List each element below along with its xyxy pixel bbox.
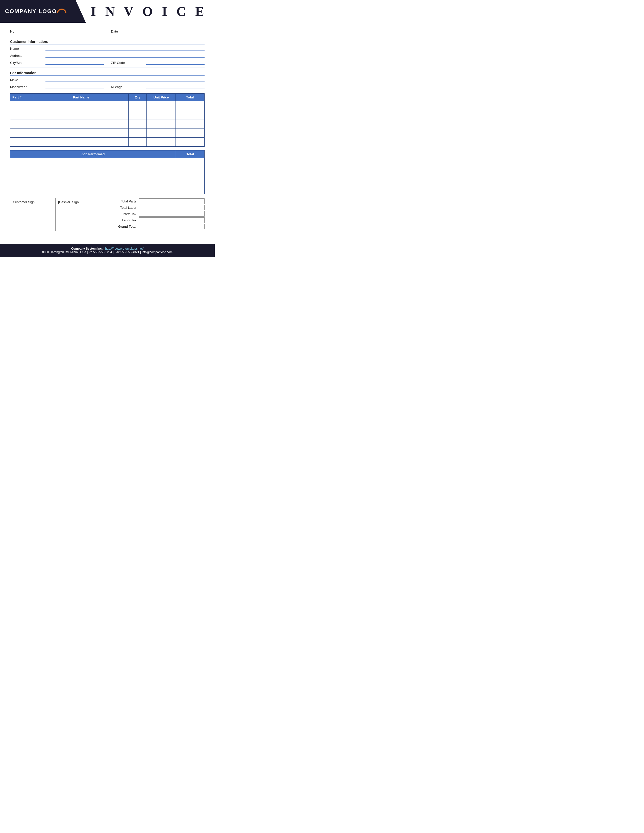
total-parts-row: Total Parts bbox=[109, 198, 204, 204]
qty-cell[interactable] bbox=[128, 110, 147, 119]
table-row bbox=[10, 158, 204, 167]
customer-sign-label: Customer Sign bbox=[13, 200, 53, 204]
no-value[interactable] bbox=[45, 29, 104, 33]
zip-colon: : bbox=[141, 61, 146, 64]
job-total-cell[interactable] bbox=[176, 185, 204, 195]
bottom-section: Customer Sign [Cashier] Sign Total Parts… bbox=[10, 198, 204, 231]
total-cell[interactable] bbox=[175, 101, 204, 110]
total-cell[interactable] bbox=[175, 129, 204, 138]
city-state-label: City/State bbox=[10, 61, 40, 64]
total-labor-row: Total Labor bbox=[109, 205, 204, 210]
job-cell[interactable] bbox=[10, 158, 176, 167]
no-colon: : bbox=[40, 29, 45, 33]
qty-cell[interactable] bbox=[128, 119, 147, 129]
part-name-cell[interactable] bbox=[34, 138, 128, 147]
footer-line2: 8030 Harrington Rd, Miami, USA | Ph 555-… bbox=[3, 251, 212, 254]
total-cell[interactable] bbox=[175, 119, 204, 129]
labor-tax-value[interactable] bbox=[139, 217, 204, 223]
make-value[interactable] bbox=[45, 77, 204, 82]
logo-text: COMPANY LOGO bbox=[5, 8, 57, 14]
job-total-cell[interactable] bbox=[176, 176, 204, 185]
city-value[interactable] bbox=[45, 60, 104, 64]
unit-price-cell[interactable] bbox=[147, 138, 175, 147]
part-num-cell[interactable] bbox=[10, 110, 34, 119]
name-label: Name bbox=[10, 47, 40, 50]
total-cell[interactable] bbox=[175, 110, 204, 119]
footer: Company System Inc. | http://freewordtem… bbox=[0, 244, 215, 257]
table-row bbox=[10, 129, 204, 138]
mileage-field: Mileage : bbox=[111, 84, 204, 89]
parts-tax-value[interactable] bbox=[139, 211, 204, 217]
table-row bbox=[10, 185, 204, 195]
address-value[interactable] bbox=[45, 53, 204, 58]
make-row: Make : bbox=[10, 76, 204, 83]
job-cell[interactable] bbox=[10, 167, 176, 176]
part-name-cell[interactable] bbox=[34, 110, 128, 119]
qty-cell[interactable] bbox=[128, 101, 147, 110]
address-label: Address bbox=[10, 54, 40, 58]
job-table: Job Performed Total bbox=[10, 150, 204, 195]
unit-price-cell[interactable] bbox=[147, 110, 175, 119]
no-date-row: No : Date : bbox=[10, 28, 204, 34]
table-row bbox=[10, 119, 204, 129]
total-labor-label: Total Labor bbox=[109, 206, 139, 209]
job-cell[interactable] bbox=[10, 185, 176, 195]
total-parts-label: Total Parts bbox=[109, 199, 139, 203]
parts-col-part-name: Part Name bbox=[34, 94, 128, 101]
parts-col-qty: Qty bbox=[128, 94, 147, 101]
cashier-sign-label: [Cashier] Sign bbox=[58, 200, 98, 204]
table-row bbox=[10, 176, 204, 185]
total-parts-value[interactable] bbox=[139, 198, 204, 204]
labor-tax-label: Labor Tax bbox=[109, 218, 139, 222]
qty-cell[interactable] bbox=[128, 138, 147, 147]
total-labor-value[interactable] bbox=[139, 205, 204, 210]
zip-value[interactable] bbox=[146, 60, 204, 64]
city-zip-row: City/State : ZIP Code : bbox=[10, 59, 204, 66]
job-total-cell[interactable] bbox=[176, 167, 204, 176]
job-col-job: Job Performed bbox=[10, 150, 176, 158]
customer-section-title: Customer Information: bbox=[10, 38, 204, 44]
name-value[interactable] bbox=[45, 46, 204, 50]
part-num-cell[interactable] bbox=[10, 138, 34, 147]
unit-price-cell[interactable] bbox=[147, 101, 175, 110]
labor-tax-row: Labor Tax bbox=[109, 217, 204, 223]
footer-website[interactable]: http://freewordtemplates.net/ bbox=[105, 247, 143, 251]
part-num-cell[interactable] bbox=[10, 101, 34, 110]
part-name-cell[interactable] bbox=[34, 101, 128, 110]
logo-area: COMPANY LOGO bbox=[0, 0, 86, 23]
parts-table: Part # Part Name Qty Unit Price Total bbox=[10, 93, 204, 147]
job-total-cell[interactable] bbox=[176, 158, 204, 167]
date-value[interactable] bbox=[146, 29, 204, 33]
address-row: Address : bbox=[10, 52, 204, 59]
part-num-cell[interactable] bbox=[10, 129, 34, 138]
job-col-total: Total bbox=[176, 150, 204, 158]
name-row: Name : bbox=[10, 45, 204, 51]
city-colon: : bbox=[40, 61, 45, 64]
address-colon: : bbox=[40, 54, 45, 58]
unit-price-cell[interactable] bbox=[147, 129, 175, 138]
total-cell[interactable] bbox=[175, 138, 204, 147]
model-mileage-row: Model/Year : Mileage : bbox=[10, 83, 204, 90]
unit-price-cell[interactable] bbox=[147, 119, 175, 129]
model-colon: : bbox=[40, 85, 45, 89]
table-row bbox=[10, 167, 204, 176]
parts-col-part-num: Part # bbox=[10, 94, 34, 101]
part-num-cell[interactable] bbox=[10, 119, 34, 129]
date-field: Date : bbox=[111, 29, 204, 33]
parts-col-unit-price: Unit Price bbox=[147, 94, 175, 101]
content-area: No : Date : Customer Information: Name :… bbox=[0, 23, 215, 236]
customer-sign-box: Customer Sign bbox=[10, 198, 56, 231]
qty-cell[interactable] bbox=[128, 129, 147, 138]
model-year-label: Model/Year bbox=[10, 85, 40, 89]
part-name-cell[interactable] bbox=[34, 119, 128, 129]
grand-total-value[interactable] bbox=[139, 224, 204, 229]
parts-tax-row: Parts Tax bbox=[109, 211, 204, 217]
job-cell[interactable] bbox=[10, 176, 176, 185]
parts-col-total: Total bbox=[175, 94, 204, 101]
model-value[interactable] bbox=[45, 84, 104, 89]
parts-table-header-row: Part # Part Name Qty Unit Price Total bbox=[10, 94, 204, 101]
mileage-value[interactable] bbox=[146, 84, 204, 89]
name-colon: : bbox=[40, 47, 45, 50]
grand-total-row: Grand Total bbox=[109, 224, 204, 229]
part-name-cell[interactable] bbox=[34, 129, 128, 138]
